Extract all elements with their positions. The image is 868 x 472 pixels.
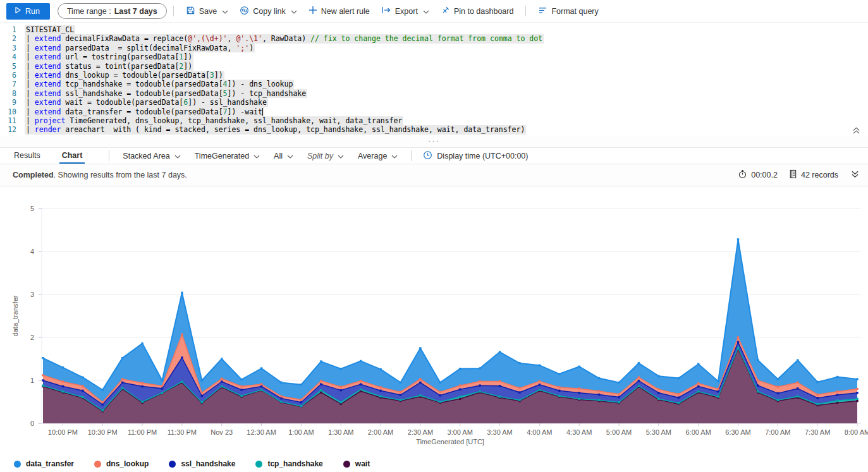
tcp_handshake-marker — [121, 387, 123, 389]
time-range-picker[interactable]: Time range : Last 7 days — [58, 3, 167, 19]
split-by-dropdown[interactable]: Split by — [307, 152, 344, 160]
code-text: | extend ssl_handshake = todouble(parsed… — [25, 89, 307, 98]
editor-resize-handle[interactable]: ··· — [0, 136, 868, 148]
y-tick-label: 2 — [30, 334, 34, 341]
code-text: | project TimeGenerated, dns_lookup, tcp… — [25, 116, 403, 125]
code-text: | extend decimalFixRawData = replace(@',… — [25, 34, 544, 43]
code-line-12[interactable]: 12| render areachart with ( kind = stack… — [0, 125, 868, 134]
play-icon — [14, 6, 21, 16]
line-number: 10 — [0, 107, 16, 116]
aggregation-dropdown[interactable]: Average — [358, 152, 398, 160]
chevron-down-icon — [338, 152, 344, 160]
tcp_handshake-marker — [201, 401, 203, 403]
export-button[interactable]: Export — [376, 2, 435, 21]
data_transfer-marker — [459, 368, 461, 370]
expand-details-button[interactable] — [851, 170, 859, 180]
data_transfer-marker — [618, 382, 620, 384]
y-tick-label: 3 — [30, 291, 34, 298]
status-bar: Completed. Showing results from the last… — [0, 164, 868, 186]
code-line-5[interactable]: 5| extend status = toint(parsedData[2]) — [0, 62, 868, 71]
code-line-7[interactable]: 7| extend tcp_handshake = todouble(parse… — [0, 80, 868, 88]
time-range-label: Time range : — [67, 7, 111, 16]
display-time-dropdown[interactable]: Display time (UTC+00:00) — [423, 150, 528, 162]
chart-type-dropdown[interactable]: Stacked Area — [123, 152, 180, 160]
data_transfer-marker — [419, 347, 421, 349]
code-text: | extend url = tostring(parsedData[1]) — [25, 52, 193, 61]
data_transfer-marker — [121, 357, 123, 359]
dns_lookup-marker — [141, 382, 143, 384]
line-number: 11 — [0, 116, 16, 125]
data_transfer-marker — [181, 292, 183, 294]
code-line-6[interactable]: 6| extend dns_lookup = todouble(parsedDa… — [0, 71, 868, 80]
y-tick-label: 0 — [30, 420, 34, 427]
legend-item-ssl_handshake[interactable]: ssl_handshake — [169, 459, 235, 468]
ssl_handshake-marker — [598, 394, 600, 396]
data_transfer-marker — [836, 376, 838, 378]
tcp_handshake-marker — [539, 389, 541, 390]
code-line-2[interactable]: 2| extend decimalFixRawData = replace(@'… — [0, 34, 868, 43]
pin-to-dashboard-button[interactable]: Pin to dashboard — [435, 2, 520, 21]
dns_lookup-marker — [697, 382, 699, 384]
chart-legend: data_transferdns_lookupssl_handshaketcp_… — [0, 453, 868, 468]
code-line-1[interactable]: 1SITESTAT_CL — [0, 25, 868, 34]
tab-results[interactable]: Results — [13, 149, 42, 163]
x-tick-label: 6:30 AM — [725, 428, 750, 436]
query-editor[interactable]: 1SITESTAT_CL2| extend decimalFixRawData … — [0, 23, 868, 136]
results-tab-bar: Results Chart Stacked Area TimeGenerated… — [0, 148, 868, 164]
chevron-down-icon — [174, 152, 181, 160]
data_transfer-legend-label: data_transfer — [26, 459, 74, 468]
y-columns-dropdown[interactable]: All — [274, 152, 293, 160]
wait-legend-label: wait — [355, 459, 370, 468]
time-range-value: Last 7 days — [114, 7, 157, 16]
ssl_handshake-marker — [697, 385, 699, 387]
dns_lookup-marker — [201, 392, 203, 394]
code-line-10[interactable]: 10| extend data_transfer = todouble(pars… — [0, 107, 868, 116]
data_transfer-marker — [439, 382, 441, 384]
code-line-4[interactable]: 4| extend url = tostring(parsedData[1]) — [0, 52, 868, 61]
dns_lookup-marker — [518, 387, 520, 389]
data_transfer-marker — [102, 389, 104, 390]
data_transfer-marker — [300, 384, 302, 385]
save-button[interactable]: Save — [180, 2, 235, 21]
tcp_handshake-marker — [856, 398, 858, 400]
tcp_handshake-marker — [657, 398, 659, 400]
x-tick-label: 5:00 AM — [606, 428, 632, 436]
y-tick-label: 5 — [30, 205, 34, 212]
tab-chart[interactable]: Chart — [61, 149, 84, 163]
x-axis-dropdown[interactable]: TimeGenerated — [195, 152, 260, 160]
format-query-button[interactable]: Format query — [532, 2, 604, 21]
tcp_handshake-marker — [181, 380, 183, 382]
legend-item-tcp_handshake[interactable]: tcp_handshake — [255, 459, 322, 468]
code-line-9[interactable]: 9| extend wait = todouble(parsedData[6])… — [0, 98, 868, 107]
data_transfer-marker — [161, 379, 163, 381]
legend-item-data_transfer[interactable]: data_transfer — [14, 459, 74, 468]
tcp_handshake-marker — [717, 396, 719, 397]
data_transfer-marker — [638, 362, 640, 364]
wait-marker — [836, 402, 838, 404]
dns_lookup-marker — [757, 379, 759, 381]
collapse-editor-button[interactable] — [852, 126, 860, 136]
code-line-3[interactable]: 3| extend parsedData = split(decimalFixR… — [0, 44, 868, 52]
copy-link-button[interactable]: Copy link — [234, 2, 302, 21]
dns_lookup-marker — [836, 390, 838, 392]
tcp_handshake-marker — [777, 399, 779, 401]
data_transfer-marker — [141, 342, 143, 344]
code-line-11[interactable]: 11| project TimeGenerated, dns_lookup, t… — [0, 116, 868, 125]
tcp_handshake-marker — [419, 394, 421, 396]
double-chevron-down-icon — [851, 170, 859, 180]
ssl_handshake-marker — [816, 397, 818, 399]
data_transfer-marker — [678, 377, 680, 379]
dns_lookup-marker — [777, 386, 779, 388]
line-number: 1 — [0, 25, 16, 34]
x-tick-label: 12:30 AM — [247, 428, 276, 436]
data_transfer-marker — [757, 359, 759, 361]
record-count: 42 records — [789, 169, 838, 181]
dns_lookup-marker — [161, 385, 163, 387]
stacked-area-chart[interactable]: 01234510:00 PM10:30 PM11:00 PM11:30 PMNo… — [0, 186, 868, 451]
legend-item-dns_lookup[interactable]: dns_lookup — [94, 459, 149, 468]
data_transfer-marker — [62, 366, 64, 368]
new-alert-rule-button[interactable]: New alert rule — [303, 2, 376, 21]
legend-item-wait[interactable]: wait — [343, 459, 370, 468]
run-button[interactable]: Run — [6, 3, 50, 20]
code-line-8[interactable]: 8| extend ssl_handshake = todouble(parse… — [0, 89, 868, 98]
